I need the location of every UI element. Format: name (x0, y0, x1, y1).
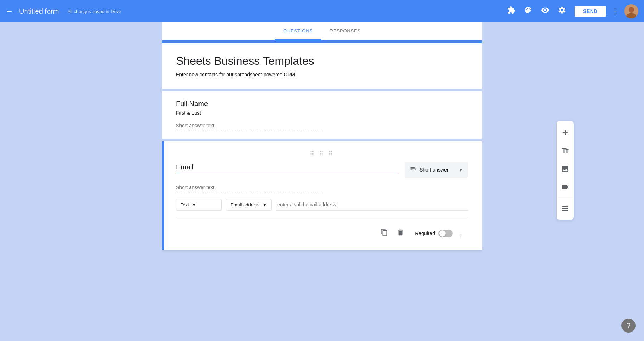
form-title: Sheets Business Templates (176, 54, 468, 67)
question-type-selector[interactable]: Short answer ▼ (405, 162, 468, 178)
form-title-header: Untitled form (19, 7, 59, 15)
toggle-knob (439, 230, 446, 237)
validation-condition-dropdown[interactable]: Email address ▼ (226, 199, 272, 211)
form-description: Enter new contacts for our spreadsheet-p… (176, 72, 468, 77)
tabs-bar: QUESTIONS RESPONSES (162, 22, 482, 40)
short-answer-type-icon (410, 165, 417, 174)
more-options-icon[interactable]: ⋮ (609, 4, 621, 18)
question-label-fullname: Full Name (176, 100, 468, 108)
required-row: Required (415, 230, 453, 237)
back-button[interactable]: ← (6, 7, 13, 16)
help-icon: ? (627, 322, 630, 329)
help-button[interactable]: ? (621, 319, 636, 333)
add-section-button[interactable] (557, 200, 574, 217)
add-video-button[interactable] (557, 179, 574, 195)
copy-button[interactable] (377, 225, 392, 242)
required-toggle[interactable] (438, 230, 453, 237)
delete-button[interactable] (393, 225, 408, 242)
right-sidebar (557, 121, 574, 220)
center-panel: QUESTIONS RESPONSES Sheets Business Temp… (162, 22, 482, 341)
question-sub-fullname: First & Last (176, 110, 468, 116)
add-question-button[interactable] (557, 124, 574, 141)
card-actions: Required ⋮ (176, 218, 468, 242)
card-more-button[interactable]: ⋮ (454, 226, 468, 241)
validation-type-chevron: ▼ (192, 202, 196, 207)
saved-status: All changes saved in Drive (67, 9, 121, 14)
drag-handle[interactable]: ⠿ ⠿ ⠿ (176, 150, 468, 157)
form-scroll: Sheets Business Templates Enter new cont… (162, 40, 482, 341)
validation-row: Text ▼ Email address ▼ (176, 199, 468, 211)
send-button[interactable]: SEND (575, 6, 606, 17)
validation-type-dropdown[interactable]: Text ▼ (176, 199, 222, 211)
form-title-card: Sheets Business Templates Enter new cont… (162, 40, 482, 89)
question-input-email[interactable] (176, 162, 399, 173)
add-title-button[interactable] (557, 142, 574, 159)
chevron-down-icon: ▼ (458, 167, 463, 173)
avatar[interactable] (624, 4, 638, 18)
validation-type-label: Text (181, 202, 189, 207)
svg-point-1 (629, 7, 634, 13)
add-image-button[interactable] (557, 160, 574, 177)
card-more-icon: ⋮ (457, 230, 465, 237)
validation-condition-label: Email address (231, 202, 259, 207)
main-area: QUESTIONS RESPONSES Sheets Business Temp… (0, 22, 644, 341)
question-card-fullname: Full Name First & Last (162, 91, 482, 139)
question-row-email: Short answer ▼ (176, 162, 468, 178)
puzzle-icon[interactable] (504, 3, 518, 19)
header-left: ← Untitled form All changes saved in Dri… (6, 7, 504, 16)
validation-condition-chevron: ▼ (262, 202, 267, 207)
eye-icon[interactable] (538, 3, 552, 19)
required-label: Required (415, 231, 435, 236)
question-type-label: Short answer (419, 167, 455, 173)
header: ← Untitled form All changes saved in Dri… (0, 0, 644, 22)
settings-icon[interactable] (555, 3, 569, 19)
validation-error-input[interactable] (276, 199, 468, 211)
header-right: SEND ⋮ (504, 3, 638, 19)
short-answer-input-email[interactable] (176, 183, 324, 192)
question-card-email: ⠿ ⠿ ⠿ Short answer ▼ (162, 141, 482, 250)
short-answer-input-fullname[interactable] (176, 121, 324, 130)
tab-questions[interactable]: QUESTIONS (275, 22, 321, 40)
palette-icon[interactable] (521, 3, 535, 19)
tab-responses[interactable]: RESPONSES (321, 22, 369, 40)
